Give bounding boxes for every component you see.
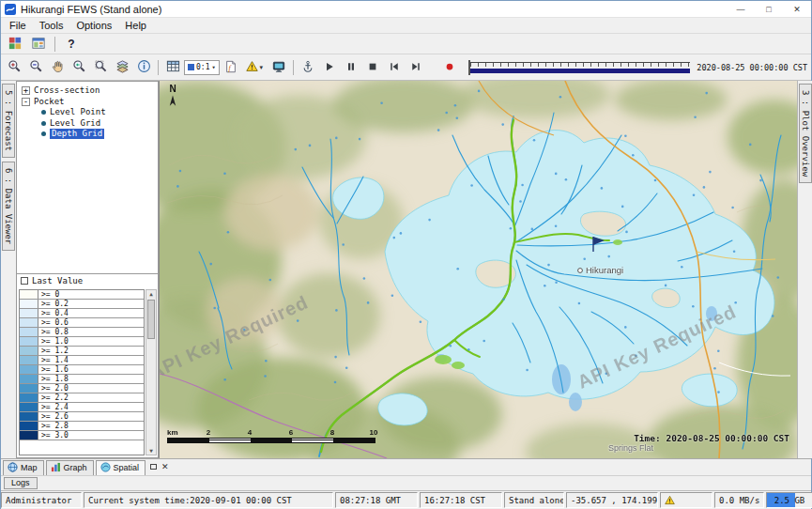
play-icon — [324, 61, 335, 74]
legend-swatch — [20, 431, 38, 440]
status-memory: 2.5 GB — [766, 492, 812, 508]
legend-row: >= 1.6 — [20, 365, 144, 375]
zoom-in-button[interactable] — [4, 58, 24, 77]
close-button[interactable]: ✕ — [783, 1, 811, 17]
pause-icon — [345, 61, 357, 74]
scroll-down-icon[interactable]: ▼ — [149, 447, 153, 455]
zoom-out-button[interactable] — [25, 58, 46, 77]
scroll-up-icon[interactable]: ▲ — [149, 290, 153, 298]
undock-button[interactable] — [150, 464, 157, 470]
help-button[interactable]: ? — [61, 35, 82, 54]
script-button[interactable]: f — [221, 58, 241, 77]
tree-expander[interactable]: - — [22, 98, 30, 106]
app-window: Hikurangi FEWS (Stand alone) — □ ✕ FileT… — [0, 0, 812, 509]
zoom-previous-button[interactable] — [69, 58, 89, 77]
legend-label: >= 0.6 — [38, 318, 69, 327]
main-area: 5 : Forecast6 : Data Viewer +Cross-secti… — [1, 81, 811, 458]
tree-item-cross-section[interactable]: +Cross-section — [19, 85, 157, 97]
status-net-speed: 0.0 MB/s — [714, 492, 764, 508]
legend-list: >= 0>= 0.2>= 0.4>= 0.6>= 0.8>= 1.0>= 1.2… — [19, 289, 145, 455]
grid-button[interactable] — [162, 58, 183, 77]
menu-tools[interactable]: Tools — [33, 19, 70, 32]
close-pane-button[interactable]: ✕ — [161, 462, 169, 471]
maximize-button[interactable]: □ — [755, 1, 783, 17]
tree-item-pocket[interactable]: -Pocket — [19, 97, 157, 108]
legend-label: >= 2.0 — [38, 384, 69, 393]
status-warning — [660, 492, 712, 508]
script-icon: f — [224, 60, 237, 75]
timeline-slider[interactable] — [468, 60, 691, 75]
step-back-button[interactable] — [384, 58, 405, 77]
legend-row: >= 0 — [20, 290, 144, 300]
left-tab-data-viewer[interactable]: 6 : Data Viewer — [2, 162, 15, 251]
tab-spatial[interactable]: Spatial — [96, 460, 146, 475]
database-button[interactable] — [5, 35, 25, 54]
chart-icon — [51, 462, 61, 474]
legend-label: >= 1.0 — [38, 337, 69, 346]
last-value-checkbox[interactable] — [21, 277, 28, 285]
tab-map[interactable]: Map — [3, 460, 44, 475]
map-label-springs-flat: Springs Flat — [608, 443, 653, 453]
map-time-label: Time: 2020-08-25 00:00:00 CST — [634, 433, 789, 443]
legend-row: >= 1.8 — [20, 375, 144, 384]
explorer-button[interactable] — [28, 35, 49, 54]
toolbar-separator — [158, 60, 159, 75]
scale-tick: 8 — [330, 428, 334, 437]
legend-swatch — [20, 290, 38, 299]
step-forward-button[interactable] — [406, 58, 426, 77]
step-back-icon — [389, 61, 400, 74]
legend-label: >= 0.2 — [38, 300, 69, 308]
timeline-bar — [470, 69, 691, 73]
zoom-extent-button[interactable] — [90, 58, 111, 77]
tree-expander[interactable]: + — [22, 86, 30, 95]
legend-swatch — [20, 347, 38, 355]
pause-button[interactable] — [341, 58, 361, 77]
legend-label: >= 2.2 — [38, 393, 69, 402]
profile-button[interactable] — [298, 58, 318, 77]
legend-swatch — [20, 365, 38, 374]
chevron-down-icon: ▾ — [259, 64, 263, 71]
tree-item-depth-grid[interactable]: Depth Grid — [19, 129, 157, 140]
logs-button[interactable]: Logs — [4, 477, 38, 489]
legend-row: >= 0.4 — [20, 309, 144, 318]
legend-scrollbar[interactable]: ▲ ▼ — [146, 289, 157, 455]
minimize-button[interactable]: — — [727, 1, 755, 17]
warning-menu-button[interactable]: ▾ — [242, 58, 268, 77]
tree-bullet-icon — [41, 121, 46, 126]
tree-item-level-grid[interactable]: Level Grid — [19, 118, 157, 130]
profile-icon — [301, 60, 314, 75]
zoom-out-icon — [29, 59, 43, 75]
display-icon — [272, 60, 285, 75]
app-logo-icon — [5, 4, 16, 15]
right-tab-plot-overview[interactable]: 3 : Plot Overview — [799, 84, 812, 183]
explorer-panel: +Cross-section-PocketLevel PointLevel Gr… — [16, 81, 159, 458]
statusbar: Administrator Current system time:2020-0… — [1, 490, 811, 509]
menu-file[interactable]: File — [3, 19, 33, 32]
right-tab-strip: 3 : Plot Overview — [797, 81, 812, 458]
scale-bar — [167, 438, 375, 443]
map-viewport[interactable]: N API Key Required API Key Required Hiku… — [159, 81, 797, 458]
tab-graph[interactable]: Graph — [46, 460, 94, 475]
play-button[interactable] — [319, 58, 340, 77]
layers-button[interactable] — [112, 58, 132, 77]
left-tab-forecast[interactable]: 5 : Forecast — [2, 84, 15, 158]
scale-select[interactable]: 0:1▾ — [184, 60, 220, 75]
scale-tick: 4 — [248, 428, 252, 437]
legend-label: >= 3.0 — [38, 431, 69, 440]
map-scalebar: km 246810 — [167, 428, 392, 449]
display-button[interactable] — [268, 58, 289, 77]
pan-button[interactable] — [47, 58, 68, 77]
tree-item-level-point[interactable]: Level Point — [19, 107, 157, 118]
legend-row: >= 2.2 — [20, 393, 144, 403]
stop-button[interactable] — [362, 58, 383, 77]
scroll-thumb[interactable] — [147, 300, 155, 339]
legend-row: >= 3.0 — [20, 431, 144, 440]
menu-help[interactable]: Help — [118, 19, 153, 32]
toolbar-map-buttons: 0:1▾f▾ — [4, 58, 460, 77]
warning-icon — [665, 495, 675, 505]
legend-swatch — [20, 309, 38, 317]
layer-chip-icon — [188, 64, 194, 70]
record-button[interactable] — [439, 58, 460, 77]
menu-options[interactable]: Options — [69, 19, 118, 32]
info-button[interactable] — [133, 58, 154, 77]
